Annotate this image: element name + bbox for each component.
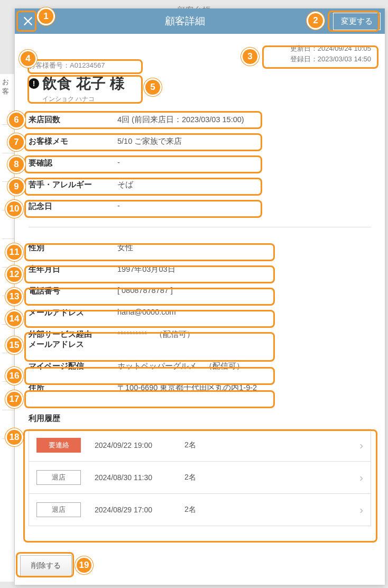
history-people: 2名 bbox=[184, 505, 359, 514]
row-label: マイページ配信 bbox=[29, 361, 117, 371]
row-label: 性別 bbox=[29, 243, 117, 253]
info2-row: 性別女性 bbox=[29, 237, 371, 259]
change-button[interactable]: 変更する bbox=[333, 13, 381, 30]
info1-row: 苦手・アレルギーそば bbox=[29, 174, 371, 196]
row-value: hana@0000.com bbox=[117, 308, 371, 316]
info2-row: 電話番号[ 08087878787 ] bbox=[29, 280, 371, 302]
history-item[interactable]: 退店2024/08/30 11:302名› bbox=[29, 462, 371, 494]
row-value: - bbox=[117, 158, 371, 167]
row-label: 住所 bbox=[29, 383, 117, 393]
info1-row: 記念日- bbox=[29, 196, 371, 217]
info2-row: 外部サービス経由 メールアドレス********** （配信可） bbox=[29, 324, 371, 355]
row-value: [ 08087878787 ] bbox=[117, 286, 371, 295]
info-block-1: 来店回数4回 (前回来店日：2023/03/03 15:00)お客様メモ5/10… bbox=[29, 109, 371, 217]
customer-detail-modal: 顧客詳細 変更する 更新日：2024/09/24 10:05 登録日：2023/… bbox=[15, 8, 385, 585]
sidebar-fragment: お客 bbox=[0, 74, 15, 582]
row-value: ホットペッパーグルメ （配信可） bbox=[117, 361, 371, 371]
modal-header: 顧客詳細 変更する bbox=[15, 8, 385, 34]
row-value: そば bbox=[117, 180, 371, 190]
chevron-right-icon: › bbox=[359, 504, 363, 516]
history-item[interactable]: 退店2024/08/29 17:002名› bbox=[29, 494, 371, 526]
modal-body: 更新日：2024/09/24 10:05 登録日：2023/03/03 14:5… bbox=[15, 34, 385, 550]
info2-row: マイページ配信ホットペッパーグルメ （配信可） bbox=[29, 355, 371, 377]
info1-row: 来店回数4回 (前回来店日：2023/03/03 15:00) bbox=[29, 109, 371, 131]
divider bbox=[29, 227, 371, 227]
info2-row: メールアドレスhana@0000.com bbox=[29, 302, 371, 324]
history-tag: 要連絡 bbox=[36, 438, 81, 453]
info2-row: 生年月日1997年03月03日 bbox=[29, 259, 371, 280]
updated-label: 更新日： bbox=[290, 44, 318, 52]
customer-number-value: A01234567 bbox=[70, 61, 105, 69]
row-label: 記念日 bbox=[29, 201, 117, 212]
customer-kana: インショク ハナコ bbox=[42, 95, 371, 104]
customer-name: 飲食 花子 様 bbox=[42, 74, 125, 94]
close-button[interactable] bbox=[19, 12, 37, 30]
row-label: 外部サービス経由 メールアドレス bbox=[29, 329, 117, 350]
history-item[interactable]: 要連絡2024/09/22 19:002名› bbox=[29, 429, 371, 462]
row-value: 4回 (前回来店日：2023/03/03 15:00) bbox=[117, 115, 371, 125]
row-value: ********** （配信可） bbox=[117, 329, 371, 339]
history-tag: 退店 bbox=[36, 502, 81, 517]
row-value: 5/10 ご家族で来店 bbox=[117, 136, 371, 146]
chevron-right-icon: › bbox=[359, 472, 363, 484]
history-date: 2024/09/22 19:00 bbox=[95, 441, 184, 449]
history-tag: 退店 bbox=[36, 470, 81, 485]
row-label: お客様メモ bbox=[29, 136, 117, 146]
info1-row: 要確認- bbox=[29, 152, 371, 174]
history-title: 利用履歴 bbox=[29, 414, 371, 424]
row-value: 1997年03月03日 bbox=[117, 264, 371, 274]
row-value: 女性 bbox=[117, 243, 371, 253]
updated-value: 2024/09/24 10:05 bbox=[318, 44, 371, 52]
customer-name-row: ! 飲食 花子 様 bbox=[29, 74, 371, 94]
row-value: - bbox=[117, 201, 371, 210]
delete-button[interactable]: 削除する bbox=[20, 555, 72, 576]
history-people: 2名 bbox=[184, 440, 359, 450]
history-people: 2名 bbox=[184, 473, 359, 482]
created-label: 登録日： bbox=[290, 55, 318, 63]
history-date: 2024/08/29 17:00 bbox=[95, 506, 184, 514]
row-label: メールアドレス bbox=[29, 308, 117, 318]
row-label: 生年月日 bbox=[29, 264, 117, 274]
row-label: 来店回数 bbox=[29, 115, 117, 125]
chevron-right-icon: › bbox=[359, 439, 363, 452]
alert-icon: ! bbox=[29, 78, 39, 89]
history-list: 要連絡2024/09/22 19:002名›退店2024/08/30 11:30… bbox=[29, 429, 371, 526]
row-label: 苦手・アレルギー bbox=[29, 180, 117, 190]
row-label: 要確認 bbox=[29, 158, 117, 168]
modal-footer: 削除する bbox=[15, 550, 385, 585]
row-value: 〒100-6690 東京都千代田区丸の内1-9-2 bbox=[117, 383, 371, 393]
sidebar-label-fragment: お客 bbox=[2, 78, 9, 95]
info2-row: 住所〒100-6690 東京都千代田区丸の内1-9-2 bbox=[29, 377, 371, 399]
row-label: 電話番号 bbox=[29, 286, 117, 296]
history-date: 2024/08/30 11:30 bbox=[95, 473, 184, 482]
info1-row: お客様メモ5/10 ご家族で来店 bbox=[29, 131, 371, 152]
modal-title: 顧客詳細 bbox=[37, 14, 333, 28]
close-icon bbox=[22, 15, 34, 27]
info-block-2: 性別女性生年月日1997年03月03日電話番号[ 08087878787 ]メー… bbox=[29, 237, 371, 399]
created-value: 2023/03/03 14:50 bbox=[318, 55, 371, 63]
customer-number-label: お客様番号： bbox=[29, 61, 70, 69]
